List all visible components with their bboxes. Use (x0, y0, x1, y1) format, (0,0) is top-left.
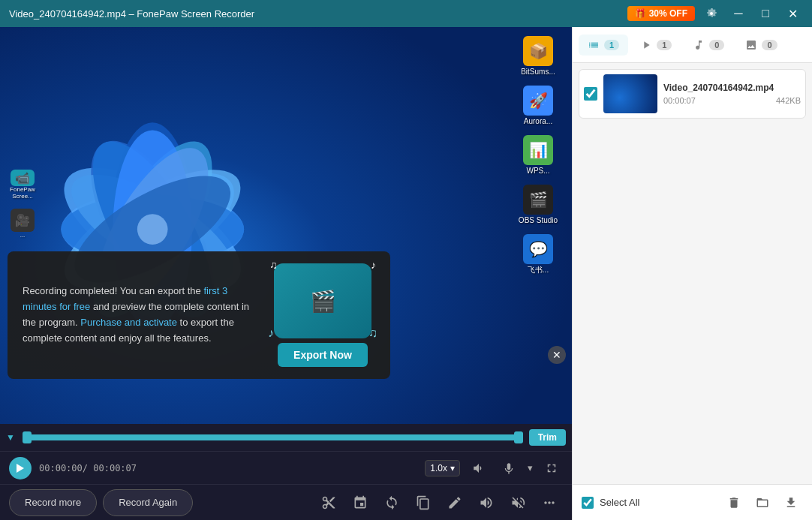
settings-button[interactable] (701, 3, 722, 24)
main-layout: 📦 BitSums... 🚀 Aurora... 📊 WPS... 🎬 OBS … (0, 27, 812, 520)
record-more-button[interactable]: Record more (9, 489, 97, 516)
left-panel: 📦 BitSums... 🚀 Aurora... 📊 WPS... 🎬 OBS … (0, 27, 572, 520)
tab-video[interactable]: 1 (631, 35, 681, 56)
desktop-icon-wps[interactable]: 📊 WPS... (510, 132, 567, 179)
title-bar: Video_240704164942.mp4 – FonePaw Screen … (0, 0, 812, 27)
export-now-button[interactable]: Export Now (278, 343, 368, 367)
export-button[interactable] (779, 491, 803, 515)
audio-tool-button[interactable] (473, 489, 500, 516)
trim-button[interactable]: Trim (529, 429, 566, 446)
loop-tool-button[interactable] (378, 489, 405, 516)
duplicate-tool-button[interactable] (410, 489, 437, 516)
current-time: 00:00:00 (39, 463, 83, 473)
more-tools-button[interactable] (536, 489, 563, 516)
camera-dropdown-icon[interactable]: ▾ (528, 462, 533, 473)
tab-recordings[interactable]: 1 (579, 35, 628, 56)
record-again-button[interactable]: Record Again (103, 489, 193, 516)
title-bar-right: 🎁 30% OFF ─ □ ✕ (627, 3, 803, 24)
export-icon-box: 🎬 ♪ ♫ ♪ ♫ (274, 263, 371, 338)
desktop-icons: 📦 BitSums... 🚀 Aurora... 📊 WPS... 🎬 OBS … (504, 27, 572, 424)
notification-message-1: Recording completed! You can export the (23, 285, 203, 296)
total-time: 00:00:07 (93, 463, 137, 473)
right-panel-tabs: 1 1 0 0 (573, 27, 812, 63)
desktop-icon-obs[interactable]: 🎬 OBS Studio (510, 182, 567, 228)
select-all-checkbox[interactable] (582, 497, 594, 509)
close-overlay-icon[interactable]: ✕ (548, 346, 566, 364)
right-panel: 1 1 0 0 Video_240704 (572, 27, 812, 520)
close-button[interactable]: ✕ (782, 3, 803, 24)
tab-images-count: 0 (762, 40, 777, 50)
play-button[interactable] (9, 457, 32, 479)
recording-meta: 00:00:07 442KB (663, 96, 801, 105)
right-bottom-bar: Select All (573, 484, 812, 520)
edit-tool-button[interactable] (441, 489, 468, 516)
bottom-buttons: Record more Record Again (0, 484, 572, 520)
svg-point-15 (137, 214, 168, 245)
recording-list: Video_240704164942.mp4 00:00:07 442KB (573, 63, 812, 484)
tab-audio[interactable]: 0 (684, 35, 733, 56)
timeline-marker: ▼ (6, 432, 15, 443)
speed-value: 1.0x (430, 463, 447, 473)
merge-tool-button[interactable] (347, 489, 374, 516)
scissors-tool-button[interactable] (315, 489, 342, 516)
tab-recordings-count: 1 (604, 40, 619, 50)
fullscreen-button[interactable] (540, 457, 563, 479)
taskbar-icons-left: 📹 FonePawScree... 🎥 ... (0, 162, 45, 246)
tab-images[interactable]: 0 (736, 35, 786, 56)
recording-checkbox[interactable] (584, 87, 597, 101)
playback-controls: 00:00:00/ 00:00:07 1.0x ▾ ▾ (0, 451, 572, 484)
promo-icon: 🎁 (635, 8, 646, 19)
speed-chevron-icon: ▾ (450, 463, 455, 473)
volume-button[interactable] (468, 457, 490, 479)
promo-text: 30% OFF (649, 8, 687, 19)
recording-filename: Video_240704164942.mp4 (663, 83, 801, 93)
bottom-tools (315, 489, 563, 516)
tab-video-count: 1 (657, 40, 672, 50)
desktop-icon-feishu[interactable]: 💬 飞书... (510, 231, 567, 278)
svg-marker-16 (17, 464, 24, 473)
camera-button[interactable] (498, 457, 520, 479)
recording-duration: 00:00:07 (663, 96, 696, 105)
delete-button[interactable] (722, 491, 746, 515)
notification-text: Recording completed! You can export the … (23, 284, 255, 346)
recording-info: Video_240704164942.mp4 00:00:07 442KB (663, 83, 801, 105)
timeline-handle-left[interactable] (23, 431, 32, 443)
select-all-label: Select All (600, 497, 639, 508)
right-action-buttons (722, 491, 803, 515)
tab-audio-count: 0 (709, 40, 724, 50)
recording-thumbnail (603, 74, 657, 113)
folder-open-button[interactable] (750, 491, 774, 515)
purchase-link[interactable]: Purchase and activate (80, 317, 177, 328)
recorder-taskbar-icon[interactable]: 🎥 ... (6, 207, 39, 240)
timeline-bar: ▼ Trim (0, 424, 572, 451)
recording-size: 442KB (776, 96, 801, 105)
time-display: 00:00:00/ 00:00:07 (39, 463, 137, 473)
speed-selector[interactable]: 1.0x ▾ (425, 460, 460, 476)
maximize-button[interactable]: □ (755, 3, 776, 24)
app-title: Video_240704164942.mp4 – FonePaw Screen … (9, 8, 254, 20)
promo-badge[interactable]: 🎁 30% OFF (627, 6, 695, 21)
recording-item[interactable]: Video_240704164942.mp4 00:00:07 442KB (579, 69, 806, 119)
timeline-track[interactable] (23, 434, 523, 440)
timeline-handle-right[interactable] (514, 431, 523, 443)
notification-popup: Recording completed! You can export the … (8, 251, 390, 379)
volume-tool-button[interactable] (504, 489, 531, 516)
title-bar-left: Video_240704164942.mp4 – FonePaw Screen … (9, 8, 254, 20)
video-area: 📦 BitSums... 🚀 Aurora... 📊 WPS... 🎬 OBS … (0, 27, 572, 424)
minimize-button[interactable]: ─ (728, 3, 749, 24)
timeline-fill (23, 434, 523, 440)
fonepaw-taskbar-icon[interactable]: 📹 FonePawScree... (6, 168, 39, 201)
export-icon-area: 🎬 ♪ ♫ ♪ ♫ Export Now (270, 263, 375, 367)
desktop-icon-bitsums[interactable]: 📦 BitSums... (510, 33, 567, 80)
desktop-icon-aurora[interactable]: 🚀 Aurora... (510, 83, 567, 129)
